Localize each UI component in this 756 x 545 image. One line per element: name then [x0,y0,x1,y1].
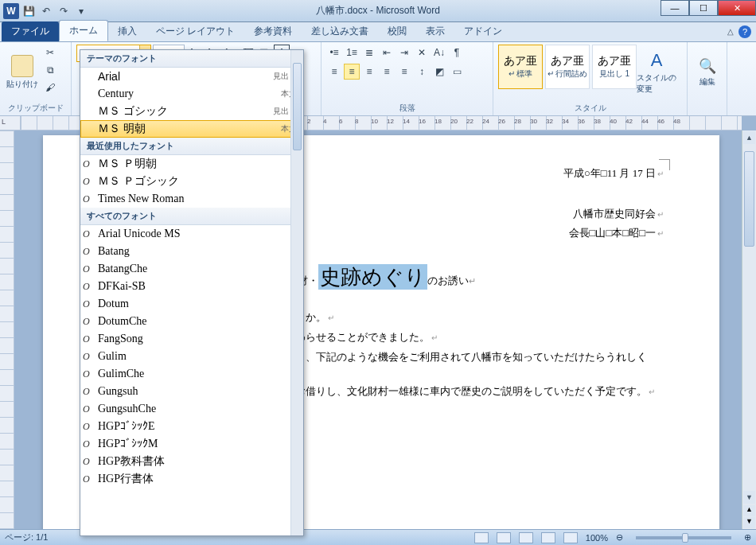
view-draft-button[interactable] [563,532,578,543]
style-item-0[interactable]: あア亜↵ 標準 [498,45,543,89]
font-option[interactable]: OFangSong [80,330,303,348]
font-option[interactable]: OBatang [80,243,303,260]
font-option[interactable]: OHGPｺﾞｼｯｸE [80,418,303,435]
ruler-number: 42 [625,118,633,125]
tab-mailings[interactable]: 差し込み文書 [302,21,378,41]
tab-insert[interactable]: 挿入 [108,21,146,41]
tab-references[interactable]: 参考資料 [244,21,302,41]
prev-page-button[interactable]: ▲ [743,505,755,516]
ruler-number: 28 [514,118,521,125]
fontdd-scrollbar[interactable] [290,50,303,535]
ruler-number: 34 [562,118,569,125]
indent-dec-button[interactable]: ⇤ [379,45,395,60]
ribbon-group-styles: あア亜↵ 標準あア亜↵ 行間詰めあア亜見出し 1Aスタイルの 変更 スタイル [493,42,688,115]
ruler-number: 48 [673,118,680,125]
view-outline-button[interactable] [541,532,555,543]
zoom-slider-knob[interactable] [682,533,688,543]
doc-title-post: のお誘い [427,274,469,286]
cut-button[interactable]: ✂ [42,45,58,60]
zoom-slider[interactable] [636,536,731,539]
vertical-scrollbar[interactable]: ▲ ▼ ▲ ▼ [742,130,756,529]
opentype-icon: O [83,333,90,345]
tab-view[interactable]: 表示 [416,21,454,41]
align-justify-button[interactable]: ≡ [379,64,395,80]
show-marks-button[interactable]: ¶ [449,45,465,60]
formatpainter-button[interactable]: 🖌 [42,80,58,95]
asian-layout-button[interactable]: ✕ [414,45,430,60]
scroll-thumb[interactable] [744,151,754,247]
font-option[interactable]: OＭＳ Ｐゴシック [80,173,303,190]
shading-button[interactable]: ◩ [431,64,447,80]
font-option[interactable]: OBatangChe [80,260,303,278]
vertical-ruler[interactable] [0,130,14,529]
multilevel-button[interactable]: ≣ [361,45,377,60]
numbering-button[interactable]: 1≡ [344,45,360,60]
tab-addin[interactable]: アドイン [454,21,512,41]
font-option[interactable]: Arial見出し [80,68,303,85]
font-option[interactable]: OＭＳ Ｐ明朝 [80,155,303,173]
ruler-number: 40 [610,118,617,125]
doc-title-selection[interactable]: 史跡めぐり [318,264,427,290]
font-option[interactable]: OHGPｺﾞｼｯｸM [80,435,303,453]
align-left-button[interactable]: ≡ [326,64,342,80]
font-option[interactable]: OHGP行書体 [80,470,303,488]
tab-pagelayout[interactable]: ページ レイアウト [146,21,244,41]
font-option[interactable]: Century本文 [80,85,303,103]
align-right-button[interactable]: ≡ [361,64,377,80]
font-option[interactable]: ODFKai-SB [80,278,303,295]
editing-button[interactable]: 🔍 編集 [692,45,722,100]
ruler-number: 26 [498,118,505,125]
bullets-button[interactable]: •≡ [326,45,342,60]
status-page[interactable]: ページ: 1/1 [5,531,48,543]
tab-file[interactable]: ファイル [2,21,59,41]
font-option[interactable]: OArial Unicode MS [80,225,303,243]
indent-inc-button[interactable]: ⇥ [396,45,412,60]
zoom-in-button[interactable]: ⊕ [744,532,751,543]
sort-button[interactable]: A↓ [431,45,447,60]
font-option[interactable]: OGungsuhChe [80,400,303,418]
scroll-up-button[interactable]: ▲ [743,131,755,144]
opentype-icon: O [83,368,90,380]
font-option[interactable]: ＭＳ ゴシック見出し [80,103,303,120]
view-web-button[interactable] [519,532,533,543]
font-option[interactable]: OGungsuh [80,383,303,400]
tab-home[interactable]: ホーム [59,20,108,41]
font-option[interactable]: ＭＳ 明朝本文 [80,120,303,138]
font-dropdown[interactable]: テーマのフォント Arial見出しCentury本文ＭＳ ゴシック見出しＭＳ 明… [80,49,304,536]
paste-icon [11,55,33,77]
style-item-2[interactable]: あア亜見出し 1 [592,45,637,89]
align-center-button[interactable]: ≡ [344,64,360,80]
paragraph-group-label: 段落 [321,103,493,114]
next-page-button[interactable]: ▼ [743,517,755,528]
zoom-value[interactable]: 100% [586,533,608,543]
change-styles-button[interactable]: Aスタイルの 変更 [639,45,674,100]
scroll-down-button[interactable]: ▼ [743,491,755,504]
paste-button[interactable]: 貼り付け [5,45,40,100]
window-close-button[interactable]: ✕ [718,0,756,16]
font-option[interactable]: OTimes New Roman [80,190,303,208]
tab-review[interactable]: 校閲 [378,21,416,41]
style-item-1[interactable]: あア亜↵ 行間詰め [545,45,590,89]
font-option[interactable]: OGulimChe [80,365,303,383]
ribbon-minimize-icon[interactable]: △ [727,27,734,36]
font-option[interactable]: ODotumChe [80,313,303,330]
styles-group-label: スタイル [493,103,687,114]
zoom-out-button[interactable]: ⊖ [616,532,623,543]
align-distribute-button[interactable]: ≡ [396,64,412,80]
ruler-number: 6 [339,118,342,125]
help-icon[interactable]: ? [738,25,751,38]
font-option[interactable]: ODotum [80,295,303,313]
window-minimize-button[interactable]: — [661,0,689,16]
fontdd-scroll-thumb[interactable] [293,63,302,150]
view-print-layout-button[interactable] [474,532,489,543]
ruler-number: 16 [419,118,426,125]
font-option[interactable]: OGulim [80,348,303,365]
font-option[interactable]: OHGP教科書体 [80,453,303,470]
window-maximize-button[interactable]: ☐ [689,0,718,16]
fontdd-section-theme: テーマのフォント [80,50,303,68]
line-spacing-button[interactable]: ↕ [414,64,430,80]
borders-button[interactable]: ▭ [449,64,465,80]
copy-button[interactable]: ⧉ [42,62,58,78]
ribbon-group-paragraph: •≡ 1≡ ≣ ⇤ ⇥ ✕ A↓ ¶ ≡ ≡ ≡ ≡ ≡ ↕ ◩ ▭ 段落 [321,42,493,115]
view-fullscreen-button[interactable] [497,532,511,543]
